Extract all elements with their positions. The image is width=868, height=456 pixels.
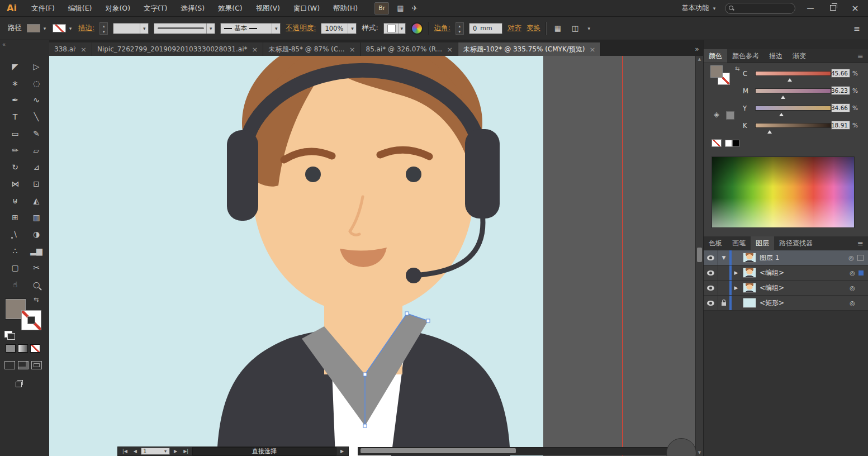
layer-row[interactable]: ▶<编组>◎ — [704, 281, 868, 296]
rectangle-tool[interactable]: ▭ — [7, 126, 23, 141]
channel-value[interactable]: 18.91 — [831, 121, 850, 130]
color-group-tab[interactable]: 颜色 — [704, 49, 727, 63]
expand-toggle[interactable] — [718, 281, 729, 295]
artboard-tool[interactable]: ▢ — [7, 260, 23, 275]
layer-name[interactable]: <编组> — [760, 268, 847, 278]
recolor-artwork-icon[interactable] — [411, 22, 423, 35]
brush-definition-combo[interactable]: 基本 — [220, 23, 281, 34]
right-eye[interactable] — [406, 167, 421, 182]
slider-thumb[interactable] — [781, 93, 785, 99]
slider-thumb[interactable] — [767, 128, 772, 134]
type-tool[interactable]: T — [7, 110, 23, 124]
align-objects-icon[interactable]: ▦ — [552, 22, 564, 35]
menu-item-file[interactable]: 文件(F) — [25, 0, 61, 17]
expand-toggle[interactable]: ▶ — [732, 265, 741, 280]
stroke-weight-link[interactable]: 描边: — [78, 23, 94, 33]
hand-tool[interactable]: ☝ — [7, 277, 23, 292]
channel-value[interactable]: 36.23 — [831, 86, 850, 95]
anchor-point[interactable] — [405, 312, 409, 315]
mesh-tool[interactable]: ⊞ — [7, 210, 23, 225]
expand-toggle[interactable] — [732, 296, 741, 310]
artboard-number-combo[interactable]: 1 — [141, 448, 170, 455]
selection-tool[interactable]: ◤ — [7, 59, 23, 74]
guide-line[interactable] — [622, 56, 623, 456]
isolate-selected-icon[interactable]: ◫ — [569, 22, 581, 35]
layer-row[interactable]: ▶<编组>◎ — [704, 265, 868, 281]
chevron-down-icon[interactable] — [140, 23, 148, 34]
arrange-documents-icon[interactable]: ▦ — [397, 4, 404, 12]
draw-inside-button[interactable] — [31, 361, 42, 369]
pencil-tool[interactable]: ✏ — [7, 143, 23, 158]
panel-group-tab[interactable]: 路径查找器 — [774, 236, 818, 250]
bridge-button[interactable]: Br — [374, 2, 389, 15]
anchor-point[interactable] — [426, 319, 430, 322]
gradient-tool[interactable]: ▥ — [28, 210, 45, 225]
slider-thumb[interactable] — [788, 76, 792, 82]
corner-link[interactable]: 边角: — [434, 23, 450, 33]
menu-item-type[interactable]: 文字(T) — [137, 0, 174, 17]
chevron-down-icon[interactable] — [348, 23, 356, 34]
target-icon[interactable]: ◎ — [847, 284, 857, 292]
layer-row[interactable]: ▼图层 1◎ — [704, 250, 868, 265]
black-swatch[interactable] — [732, 140, 739, 147]
chevron-down-icon[interactable] — [206, 23, 215, 34]
document-tab[interactable]: 未标题-102* @ 335.75% (CMYK/预览)× — [458, 42, 601, 56]
next-artboard-button[interactable]: ▶ — [172, 449, 179, 454]
horizontal-scrollbar[interactable] — [358, 447, 693, 455]
transform-link[interactable]: 变换 — [527, 23, 540, 33]
opacity-link[interactable]: 不透明度: — [286, 23, 316, 33]
rotate-tool[interactable]: ↻ — [7, 160, 23, 174]
close-icon[interactable]: × — [589, 45, 595, 54]
chevron-down-icon[interactable] — [398, 23, 405, 34]
menu-item-help[interactable]: 帮助(H) — [326, 0, 364, 17]
status-tool-field[interactable]: 直接选择 — [192, 447, 336, 455]
direct-selection-tool[interactable]: ▷ — [28, 59, 45, 74]
layer-name[interactable]: <编组> — [760, 283, 847, 293]
line-segment-tool[interactable]: ╲ — [28, 110, 45, 124]
scroll-down-icon[interactable]: ▼ — [696, 450, 703, 455]
mic-tip[interactable] — [406, 268, 421, 283]
layer-thumbnail[interactable] — [743, 283, 756, 293]
close-icon[interactable]: × — [252, 45, 258, 54]
draw-behind-button[interactable] — [18, 361, 29, 369]
none-swatch[interactable] — [712, 139, 722, 147]
close-icon[interactable]: × — [80, 45, 87, 54]
scale-tool[interactable]: ⊿ — [28, 160, 45, 174]
layer-thumbnail[interactable] — [743, 253, 756, 263]
document-tab[interactable]: Nipic_7262799_20190920103330028031.ai*× — [92, 42, 263, 56]
minimize-button[interactable]: — — [803, 4, 818, 12]
default-fill-stroke-icon[interactable] — [4, 331, 12, 338]
visibility-toggle[interactable] — [704, 296, 718, 310]
eyedropper-tool[interactable]: ∖ — [7, 227, 23, 241]
layer-thumbnail[interactable] — [743, 268, 756, 278]
close-icon[interactable]: × — [447, 45, 453, 54]
visibility-toggle[interactable] — [704, 265, 718, 280]
color-group-tab[interactable]: 描边 — [764, 49, 788, 63]
right-earcup[interactable] — [465, 129, 500, 218]
color-group-tab[interactable]: 渐变 — [788, 49, 811, 63]
free-transform-tool[interactable]: ⊡ — [28, 177, 45, 191]
corner-combo[interactable]: 0mm — [469, 23, 502, 34]
target-icon[interactable]: ◎ — [847, 300, 857, 307]
stepper-down-icon[interactable] — [100, 28, 107, 34]
selection-indicator[interactable] — [858, 270, 864, 276]
panel-menu-icon[interactable]: ≡ — [853, 49, 868, 63]
close-icon[interactable]: × — [349, 45, 355, 54]
slice-tool[interactable]: ✂ — [28, 260, 45, 275]
blend-tool[interactable]: ◑ — [28, 227, 45, 241]
toolbar-collapse-icon[interactable]: « — [2, 41, 6, 48]
layer-thumbnail[interactable] — [743, 298, 756, 308]
menu-item-effect[interactable]: 效果(C) — [211, 0, 249, 17]
visibility-toggle[interactable] — [704, 281, 718, 295]
target-icon[interactable]: ◎ — [847, 269, 857, 277]
width-profile-combo[interactable] — [154, 23, 215, 34]
screen-mode-button[interactable] — [16, 381, 22, 389]
symbol-sprayer-tool[interactable]: ∴ — [7, 244, 23, 258]
color-group-tab[interactable]: 颜色参考 — [727, 49, 764, 63]
close-button[interactable]: × — [848, 3, 862, 13]
first-artboard-button[interactable]: |◀ — [120, 449, 130, 454]
none-button[interactable] — [30, 344, 40, 353]
prev-artboard-button[interactable]: ◀ — [131, 449, 139, 454]
left-eye[interactable] — [305, 167, 321, 182]
eraser-tool[interactable]: ▱ — [28, 143, 45, 158]
